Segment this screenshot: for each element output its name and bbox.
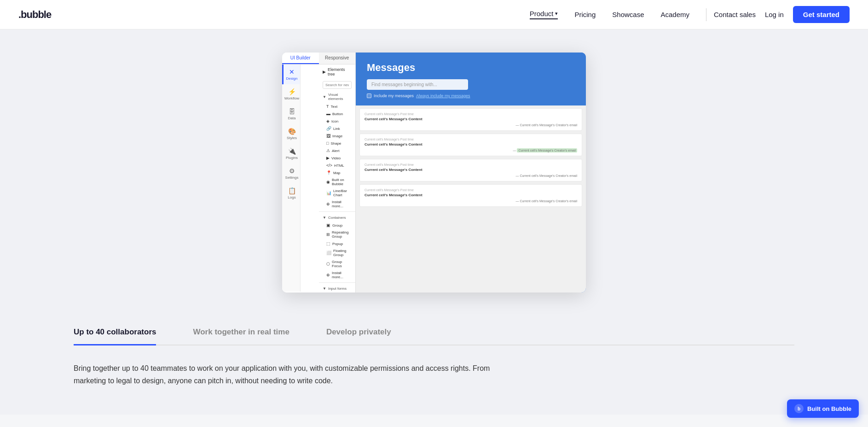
bubble-badge-icon: b	[794, 404, 804, 413]
sidebar-logs[interactable]: 📋 Logs	[282, 183, 300, 203]
editor-tabs: UI Builder Responsive	[282, 53, 355, 64]
sidebar-workflow[interactable]: ⚡ Workflow	[282, 84, 300, 104]
message-time-4: Current cell's Message's Post time	[365, 188, 577, 192]
element-link[interactable]: 🔗Link	[319, 125, 355, 132]
element-install-more-container[interactable]: ⊕Install more...	[319, 269, 355, 281]
app-content: Current cell's Message's Post time Curre…	[356, 105, 586, 292]
tab-description: Bring together up to 40 teammates to wor…	[74, 362, 506, 387]
message-card-3: Current cell's Message's Post time Curre…	[359, 159, 582, 181]
nav-academy[interactable]: Academy	[661, 11, 690, 18]
alert-type-icon: ⚠	[326, 148, 330, 153]
message-time-1: Current cell's Message's Post time	[365, 112, 577, 116]
html-type-icon: </>	[326, 163, 332, 168]
login-button[interactable]: Log in	[765, 11, 784, 18]
floating-group-type-icon: ⬜	[326, 251, 331, 255]
tree-divider	[319, 211, 355, 212]
data-icon: 🗄	[289, 108, 295, 115]
nav-product[interactable]: Product ▾	[530, 10, 558, 19]
settings-icon: ⚙	[289, 167, 295, 175]
element-image[interactable]: 🖼Image	[319, 132, 355, 140]
containers-section[interactable]: ▼ Containers	[319, 214, 355, 222]
nav-pricing[interactable]: Pricing	[574, 11, 596, 18]
sidebar-data[interactable]: 🗄 Data	[282, 104, 300, 124]
visual-elements-section[interactable]: ▼ Visual elements	[319, 91, 355, 103]
message-email-2: — Current cell's Message's Creator's ema…	[365, 149, 577, 152]
containers-collapse-icon: ▼	[323, 216, 326, 220]
tab-private[interactable]: Develop privately	[326, 320, 391, 345]
main-content: UI Builder Responsive ✕ Design ⚡ Workflo…	[0, 29, 868, 415]
logo[interactable]: .bubble	[18, 9, 51, 21]
design-icon: ✕	[289, 68, 295, 76]
message-time-3: Current cell's Message's Post time	[365, 163, 577, 166]
element-button[interactable]: ▬Button	[319, 110, 355, 117]
built-on-bubble-label: Built on Bubble	[807, 405, 851, 412]
tree-search	[319, 79, 355, 91]
text-type-icon: T	[326, 104, 329, 109]
app-checkbox-row: Include my messages Always include my me…	[367, 94, 575, 98]
tree-header[interactable]: ▶ Elements tree	[319, 64, 355, 79]
sidebar-settings[interactable]: ⚙ Settings	[282, 164, 300, 183]
styles-icon: 🎨	[288, 128, 296, 135]
navbar: .bubble Product ▾ Pricing Showcase Acade…	[0, 0, 868, 29]
video-type-icon: ▶	[326, 156, 330, 160]
element-alert[interactable]: ⚠Alert	[319, 147, 355, 154]
button-type-icon: ▬	[326, 111, 330, 116]
element-repeating-group[interactable]: ⊞Repeating Group	[319, 229, 355, 240]
message-card-1: Current cell's Message's Post time Curre…	[359, 108, 582, 131]
app-title: Messages	[367, 62, 575, 74]
nav-links: Product ▾ Pricing Showcase Academy	[530, 10, 689, 19]
editor-sidebar-icons: ✕ Design ⚡ Workflow 🗄 Data 🎨	[282, 64, 301, 292]
app-header: Messages Find messages beginning with...…	[356, 53, 586, 105]
element-install-more-visual[interactable]: ⊕Install more...	[319, 199, 355, 210]
element-group[interactable]: ▣Group	[319, 222, 355, 229]
shape-type-icon: □	[326, 141, 329, 146]
install-more-visual-icon: ⊕	[326, 202, 330, 206]
element-shape[interactable]: □Shape	[319, 140, 355, 147]
editor-mockup: UI Builder Responsive ✕ Design ⚡ Workflo…	[282, 53, 586, 292]
icon-type-icon: ◈	[326, 119, 330, 123]
message-content-2: Current cell's Message's Content	[365, 142, 577, 146]
app-search-bar[interactable]: Find messages beginning with...	[367, 79, 468, 90]
collapse-icon: ▼	[323, 95, 326, 99]
include-messages-checkbox[interactable]	[367, 94, 371, 98]
group-focus-type-icon: ⬡	[326, 262, 330, 266]
input-forms-section[interactable]: ▼ Input forms	[319, 285, 355, 292]
elements-tree: ▶ Elements tree ▼ Visual elements TText …	[319, 64, 355, 292]
element-text[interactable]: TText	[319, 103, 355, 110]
always-include-link[interactable]: Always include my messages	[416, 94, 470, 98]
contact-sales-button[interactable]: Contact sales	[714, 11, 756, 18]
map-type-icon: 📍	[326, 170, 331, 175]
element-popup[interactable]: ⬚Popup	[319, 240, 355, 247]
message-content-4: Current cell's Message's Content	[365, 193, 577, 197]
sidebar-design[interactable]: ✕ Design	[282, 64, 300, 84]
logs-icon: 📋	[288, 187, 296, 194]
group-type-icon: ▣	[326, 223, 330, 228]
sidebar-plugins[interactable]: 🔌 Plugins	[282, 144, 300, 164]
element-built-on-bubble[interactable]: ◉Built on Bubble	[319, 176, 355, 187]
element-html[interactable]: </>HTML	[319, 162, 355, 169]
tree-divider-2	[319, 282, 355, 283]
element-map[interactable]: 📍Map	[319, 169, 355, 176]
get-started-button[interactable]: Get started	[793, 6, 850, 23]
install-more-container-icon: ⊕	[326, 273, 330, 277]
tab-responsive[interactable]: Responsive	[319, 53, 356, 64]
email-highlight: Current cell's Message's Creator's email	[517, 148, 577, 152]
nav-divider	[706, 8, 706, 21]
message-email-1: — Current cell's Message's Creator's ema…	[365, 123, 577, 127]
element-video[interactable]: ▶Video	[319, 154, 355, 162]
element-icon[interactable]: ◈Icon	[319, 117, 355, 125]
tabs-section: Up to 40 collaborators Work together in …	[0, 320, 868, 387]
message-time-2: Current cell's Message's Post time	[365, 138, 577, 141]
element-chart[interactable]: 📊Line/Bar Chart	[319, 187, 355, 199]
tab-collaborators[interactable]: Up to 40 collaborators	[74, 320, 156, 345]
input-forms-collapse-icon: ▼	[323, 287, 326, 291]
element-floating-group[interactable]: ⬜Floating Group	[319, 247, 355, 258]
built-on-bubble-badge[interactable]: b Built on Bubble	[787, 399, 859, 415]
nav-showcase[interactable]: Showcase	[612, 11, 644, 18]
element-search-input[interactable]	[323, 81, 352, 89]
sidebar-styles[interactable]: 🎨 Styles	[282, 124, 300, 144]
tab-realtime[interactable]: Work together in real time	[193, 320, 289, 345]
tab-ui-builder[interactable]: UI Builder	[282, 53, 319, 64]
chevron-down-icon: ▾	[555, 11, 558, 17]
element-group-focus[interactable]: ⬡Group Focus	[319, 258, 355, 269]
